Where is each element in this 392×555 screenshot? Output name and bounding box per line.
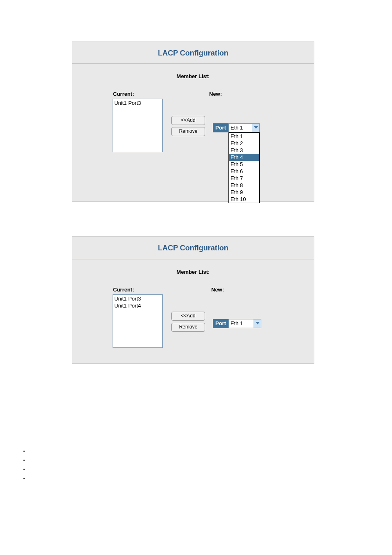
remove-button[interactable]: Remove: [171, 127, 205, 136]
port-select[interactable]: Eth 1: [228, 123, 260, 132]
new-column-label: New:: [209, 91, 222, 97]
port-label: Port: [213, 319, 228, 328]
panel-title: LACP Configuration: [72, 237, 314, 258]
port-option[interactable]: Eth 8: [229, 182, 259, 189]
port-option[interactable]: Eth 9: [229, 189, 259, 196]
port-option[interactable]: Eth 3: [229, 147, 259, 154]
new-column-label: New:: [211, 287, 224, 293]
port-option[interactable]: Eth 10: [229, 196, 259, 203]
lacp-config-panel-2: LACP Configuration Member List: Current:…: [72, 236, 314, 364]
list-item[interactable]: Unit1 Port3: [114, 99, 161, 106]
list-item[interactable]: Unit1 Port3: [114, 295, 161, 302]
divider: [72, 63, 314, 64]
panel-title: LACP Configuration: [72, 42, 314, 63]
port-option[interactable]: Eth 2: [229, 140, 259, 147]
current-column-label: Current:: [113, 287, 134, 293]
port-option[interactable]: Eth 7: [229, 175, 259, 182]
chevron-down-icon[interactable]: [254, 319, 261, 328]
port-option[interactable]: Eth 4: [229, 154, 259, 161]
member-list-label: Member List:: [72, 269, 314, 275]
port-select-value: Eth 1: [231, 125, 243, 131]
port-select[interactable]: Eth 1: [228, 319, 261, 328]
remove-button[interactable]: Remove: [171, 323, 205, 332]
member-list-label: Member List:: [72, 73, 314, 79]
port-select-value: Eth 1: [231, 320, 243, 326]
chevron-down-icon[interactable]: [252, 124, 259, 132]
lacp-config-panel-1: LACP Configuration Member List: Current:…: [72, 42, 314, 202]
port-option[interactable]: Eth 5: [229, 161, 259, 168]
port-option[interactable]: Eth 6: [229, 168, 259, 175]
port-option[interactable]: Eth 1: [229, 133, 259, 140]
current-members-listbox[interactable]: Unit1 Port3 Unit1 Port4: [113, 294, 163, 348]
list-item[interactable]: Unit1 Port4: [114, 302, 161, 309]
add-button[interactable]: <<Add: [171, 312, 205, 321]
divider: [72, 259, 314, 259]
current-column-label: Current:: [113, 91, 134, 97]
port-label: Port: [213, 123, 228, 132]
add-button[interactable]: <<Add: [171, 116, 205, 125]
port-select-dropdown[interactable]: Eth 1 Eth 2 Eth 3 Eth 4 Eth 5 Eth 6 Eth …: [228, 132, 260, 203]
current-members-listbox[interactable]: Unit1 Port3: [113, 99, 163, 152]
